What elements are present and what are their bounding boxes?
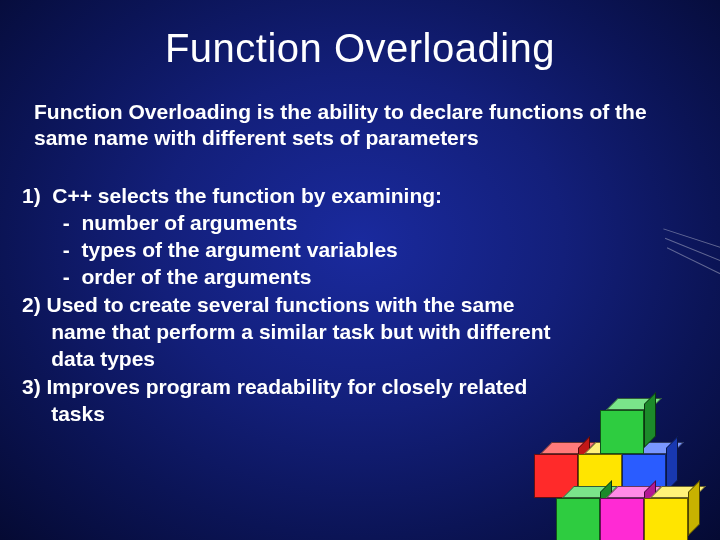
magenta-cube-icon [600, 486, 644, 530]
decorative-lines [660, 250, 720, 320]
slide: Function Overloading Function Overloadin… [0, 0, 720, 540]
list-line-2b: name that perform a similar task but wit… [22, 318, 692, 345]
red-cube-icon [534, 442, 578, 486]
yellow-cube-icon [644, 486, 688, 530]
list-line-1a: - number of arguments [22, 209, 692, 236]
green-cube-icon [556, 486, 600, 530]
decorative-cubes [524, 394, 714, 534]
list-line-1c: - order of the arguments [22, 263, 692, 290]
body-list: 1) C++ selects the function by examining… [22, 182, 692, 428]
list-line-2c: data types [22, 345, 692, 372]
list-line-1b: - types of the argument variables [22, 236, 692, 263]
slide-title: Function Overloading [28, 26, 692, 71]
list-line-2: 2) Used to create several functions with… [22, 291, 692, 318]
intro-paragraph: Function Overloading is the ability to d… [34, 99, 686, 152]
green-cube-icon [600, 398, 644, 442]
list-line-1: 1) C++ selects the function by examining… [22, 182, 692, 209]
